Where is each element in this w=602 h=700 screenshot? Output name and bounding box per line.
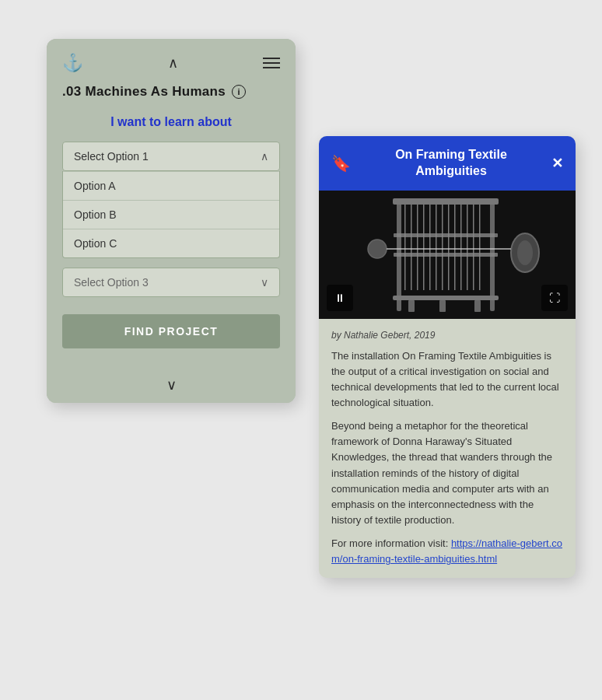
svg-rect-6 <box>417 205 418 290</box>
dropdown-2-button[interactable]: Select Option 3 ∨ <box>62 268 280 297</box>
svg-rect-17 <box>394 233 498 237</box>
card-footer: ∨ <box>47 367 296 403</box>
svg-rect-18 <box>394 253 498 257</box>
svg-rect-11 <box>448 205 450 290</box>
card-title: .03 Machines As Humans <box>62 84 226 100</box>
svg-rect-4 <box>404 205 406 290</box>
fullscreen-button[interactable]: ⛶ <box>541 285 568 311</box>
dropdown-option-b[interactable]: Option B <box>63 200 279 229</box>
author-line: by Nathalie Gebert, 2019 <box>331 330 563 341</box>
learn-label: I want to learn about <box>62 115 280 129</box>
left-card-header: ⚓ ∧ <box>47 39 296 84</box>
card-body: I want to learn about Select Option 1 ∧ … <box>47 107 296 367</box>
more-info: For more information visit: https://nath… <box>331 536 563 567</box>
svg-rect-12 <box>454 205 456 290</box>
dropdown-1-list: Option A Option B Option C <box>62 171 280 258</box>
dropdown-2-label: Select Option 3 <box>74 276 149 289</box>
find-project-button[interactable]: FIND PROJECT <box>62 314 280 348</box>
svg-rect-13 <box>460 205 462 290</box>
description-paragraph-1: The installation On Framing Textile Ambi… <box>331 348 563 411</box>
svg-rect-8 <box>429 205 431 290</box>
video-controls: ⏸ ⛶ <box>327 285 568 311</box>
video-container: ⏸ ⛶ <box>319 191 576 319</box>
dropdown-option-c[interactable]: Option C <box>63 229 279 257</box>
svg-point-20 <box>517 240 533 265</box>
left-panel: ⚓ ∧ .03 Machines As Humans i I want to l… <box>47 39 296 403</box>
title-row: .03 Machines As Humans i <box>47 84 296 107</box>
svg-rect-16 <box>479 205 481 290</box>
close-button[interactable]: ✕ <box>551 155 563 172</box>
right-card-body: by Nathalie Gebert, 2019 The installatio… <box>319 319 576 579</box>
expand-button[interactable]: ∨ <box>166 376 177 394</box>
svg-rect-14 <box>467 205 468 290</box>
right-card-title: On Framing Textile Ambiguities <box>351 147 551 180</box>
info-icon[interactable]: i <box>232 85 246 99</box>
dropdown-1-chevron: ∧ <box>261 150 268 163</box>
hamburger-menu[interactable] <box>263 58 280 68</box>
svg-rect-15 <box>473 205 474 290</box>
svg-rect-9 <box>436 205 437 290</box>
dropdown-2-chevron: ∨ <box>261 276 268 289</box>
dropdown-option-a[interactable]: Option A <box>63 171 279 200</box>
svg-rect-7 <box>423 205 425 290</box>
fullscreen-icon: ⛶ <box>549 292 560 304</box>
svg-rect-3 <box>393 198 499 205</box>
right-panel: 🔖 On Framing Textile Ambiguities ✕ <box>319 136 576 578</box>
bookmark-icon[interactable]: 🔖 <box>331 154 351 173</box>
dropdown-1-label: Select Option 1 <box>74 150 149 163</box>
svg-point-21 <box>368 240 387 258</box>
pause-icon: ⏸ <box>334 292 345 304</box>
description-paragraph-2: Beyond being a metaphor for the theoreti… <box>331 418 563 528</box>
pause-button[interactable]: ⏸ <box>327 285 353 311</box>
right-card-header: 🔖 On Framing Textile Ambiguities ✕ <box>319 136 576 191</box>
collapse-button[interactable]: ∧ <box>168 54 178 72</box>
svg-rect-10 <box>442 205 443 290</box>
anchor-icon[interactable]: ⚓ <box>62 53 83 73</box>
dropdown-1-wrapper: Select Option 1 ∧ Option A Option B Opti… <box>62 142 280 258</box>
dropdown-1-button[interactable]: Select Option 1 ∧ <box>62 142 280 171</box>
svg-rect-5 <box>411 205 412 290</box>
